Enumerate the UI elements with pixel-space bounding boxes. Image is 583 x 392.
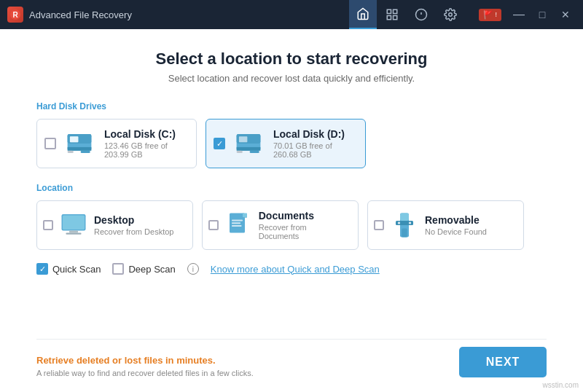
deep-scan-option[interactable]: Deep Scan [112, 263, 175, 275]
svg-rect-37 [409, 222, 411, 224]
hdd-cards-container: Local Disk (C:) 123.46 GB free of 203.99… [36, 119, 547, 168]
location-desktop-card[interactable]: Desktop Recover from Desktop [36, 200, 193, 250]
nav-bar [349, 0, 464, 29]
footer-left: Retrieve deleted or lost files in minute… [36, 355, 254, 377]
drive-c-space: 123.46 GB free of 203.99 GB [104, 141, 184, 159]
page-subtitle: Select location and recover lost data qu… [36, 73, 547, 84]
main-content: Select a location to start recovering Se… [0, 29, 583, 392]
svg-rect-22 [237, 151, 243, 153]
svg-rect-29 [232, 220, 243, 222]
svg-rect-20 [237, 147, 261, 151]
svg-rect-2 [388, 9, 391, 13]
next-button[interactable]: NEXT [459, 347, 547, 377]
page-title: Select a location to start recovering [36, 50, 547, 68]
svg-rect-26 [66, 233, 82, 235]
drive-c-info: Local Disk (C:) 123.46 GB free of 203.99… [104, 128, 184, 159]
scan-info-icon: i [187, 263, 199, 275]
hard-disk-section: Hard Disk Drives Loca [36, 101, 547, 168]
scan-options: ✓ Quick Scan Deep Scan i Know more about… [36, 263, 547, 275]
close-button[interactable]: ✕ [555, 4, 576, 25]
svg-rect-31 [232, 225, 242, 227]
svg-rect-3 [394, 9, 397, 13]
documents-checkbox[interactable] [208, 220, 219, 230]
footer-promo: Retrieve deleted or lost files in minute… [36, 355, 254, 366]
footer: Retrieve deleted or lost files in minute… [36, 339, 547, 377]
location-removable-card[interactable]: Removable No Device Found [367, 200, 524, 250]
drive-d-card[interactable]: ✓ Local Disk (D:) 70.01 GB free of 260.6… [206, 119, 366, 168]
drive-d-icon [232, 129, 265, 158]
nav-settings[interactable] [437, 0, 464, 29]
scan-info-link[interactable]: Know more about Quick and Deep Scan [211, 264, 380, 275]
desktop-checkbox[interactable] [43, 220, 53, 230]
documents-icon [226, 212, 251, 238]
desktop-icon [60, 212, 87, 238]
deep-scan-label: Deep Scan [128, 264, 175, 275]
drive-c-name: Local Disk (C:) [104, 128, 184, 140]
quick-scan-option[interactable]: ✓ Quick Scan [36, 263, 101, 275]
svg-rect-24 [63, 216, 85, 230]
svg-point-9 [449, 13, 453, 17]
documents-info: Documents Recover from Documents [259, 210, 346, 240]
drive-c-checkbox[interactable] [44, 138, 56, 149]
svg-rect-33 [400, 213, 409, 222]
window-controls: 🚩! — □ ✕ [479, 4, 576, 25]
svg-rect-4 [394, 16, 397, 20]
nav-home[interactable] [349, 0, 377, 29]
location-section-label: Location [36, 183, 547, 193]
svg-rect-5 [388, 16, 391, 20]
location-cards-container: Desktop Recover from Desktop [36, 200, 547, 250]
svg-rect-35 [402, 229, 407, 238]
svg-text:R: R [12, 11, 18, 19]
brand-watermark: wsstin.com [543, 381, 579, 389]
drive-c-icon [63, 129, 95, 158]
drive-d-space: 70.01 GB free of 260.68 GB [273, 141, 353, 159]
deep-scan-checkbox[interactable] [112, 263, 124, 275]
svg-rect-25 [69, 231, 78, 233]
svg-rect-36 [398, 222, 400, 224]
app-title: Advanced File Recovery [29, 9, 349, 20]
removable-info: Removable No Device Found [425, 214, 487, 236]
svg-rect-13 [70, 136, 78, 142]
title-bar: R Advanced File Recovery [0, 0, 583, 29]
desktop-name: Desktop [94, 214, 173, 226]
quick-scan-label: Quick Scan [52, 264, 101, 275]
removable-name: Removable [425, 214, 487, 226]
removable-sub: No Device Found [425, 227, 487, 236]
nav-info[interactable] [407, 0, 435, 29]
minimize-button[interactable]: — [509, 4, 529, 25]
svg-rect-14 [68, 147, 92, 151]
drive-c-card[interactable]: Local Disk (C:) 123.46 GB free of 203.99… [36, 119, 197, 168]
footer-desc: A reliable way to find and recover delet… [36, 369, 254, 377]
svg-rect-28 [243, 213, 247, 218]
removable-checkbox[interactable] [374, 220, 384, 230]
svg-rect-30 [232, 222, 240, 224]
quick-scan-checkbox[interactable]: ✓ [36, 263, 48, 275]
hdd-section-label: Hard Disk Drives [36, 101, 547, 111]
nav-list[interactable] [378, 0, 406, 29]
svg-rect-15 [81, 151, 90, 153]
svg-rect-21 [250, 151, 259, 153]
documents-sub: Recover from Documents [259, 223, 346, 240]
svg-rect-16 [68, 151, 74, 153]
drive-d-checkbox[interactable]: ✓ [214, 138, 225, 149]
maximize-button[interactable]: □ [532, 4, 552, 25]
usb-icon [391, 212, 418, 238]
desktop-sub: Recover from Desktop [94, 227, 173, 236]
drive-d-name: Local Disk (D:) [273, 128, 353, 140]
documents-name: Documents [259, 210, 346, 222]
app-logo: R [7, 7, 23, 23]
desktop-info: Desktop Recover from Desktop [94, 214, 173, 236]
svg-rect-19 [239, 136, 247, 142]
drive-d-info: Local Disk (D:) 70.01 GB free of 260.68 … [273, 128, 353, 159]
location-documents-card[interactable]: Documents Recover from Documents [202, 200, 359, 250]
location-section: Location Desktop Recover from Desktop [36, 183, 547, 250]
